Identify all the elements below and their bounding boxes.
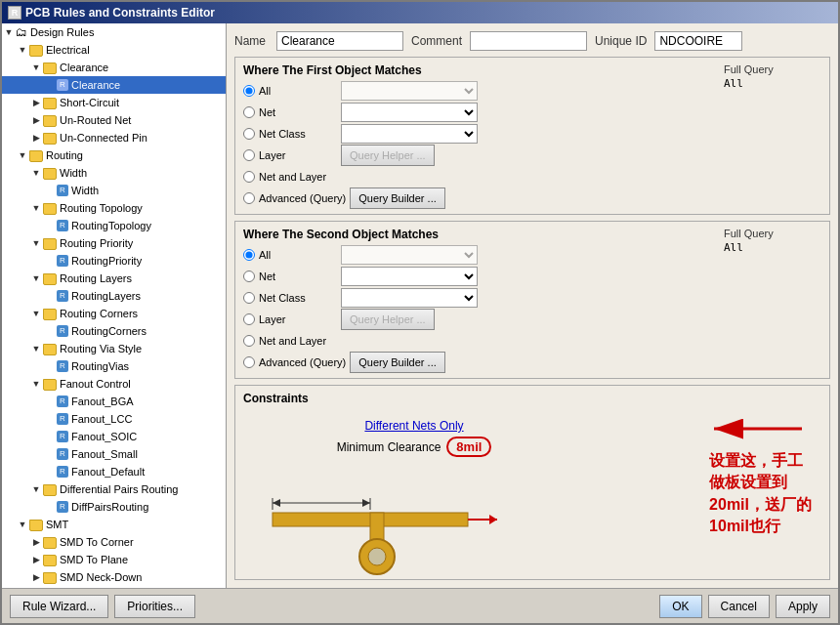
tree-item-routing[interactable]: ▼Routing — [2, 146, 226, 164]
netclass-select-1[interactable] — [341, 124, 478, 144]
tree-expand-un-connected-pin[interactable]: ▶ — [29, 131, 43, 145]
tree-item-diff-pairs[interactable]: ▼Differential Pairs Routing — [2, 480, 226, 498]
comment-input[interactable] — [470, 31, 587, 51]
tree-item-clearance-rule[interactable]: ▶RClearance — [2, 76, 226, 94]
tree-item-clearance-folder[interactable]: ▼Clearance — [2, 59, 226, 76]
tree-item-fanout-control[interactable]: ▼Fanout Control — [2, 375, 226, 393]
radio-layer-2[interactable]: Layer Query Helper ... — [243, 310, 478, 329]
tree-icon-width — [43, 168, 57, 180]
tree-expand-routing-corners[interactable]: ▼ — [29, 307, 43, 320]
tree-expand-smd-neck[interactable]: ▶ — [29, 570, 43, 584]
tree-item-fanout-bga[interactable]: ▶RFanout_BGA — [2, 393, 226, 410]
tree-item-routing-topology-rule[interactable]: ▶RRoutingTopology — [2, 217, 226, 234]
tree-item-routing-layers-rule[interactable]: ▶RRoutingLayers — [2, 287, 226, 305]
tree-item-diff-pairs-rule[interactable]: ▶RDiffPairsRouting — [2, 498, 226, 516]
tree-item-smt[interactable]: ▼SMT — [2, 516, 226, 533]
tree-expand-width[interactable]: ▼ — [29, 166, 43, 180]
uid-input[interactable] — [654, 31, 742, 51]
tree-item-routing-topology[interactable]: ▼Routing Topology — [2, 199, 226, 217]
tree-item-routing-vias[interactable]: ▶RRoutingVias — [2, 357, 226, 375]
tree-item-un-routed-net[interactable]: ▶Un-Routed Net — [2, 111, 226, 129]
tree-item-routing-priority[interactable]: ▼Routing Priority — [2, 234, 226, 252]
query-helper-btn-2a[interactable]: Query Helper ... — [341, 309, 435, 330]
radio-netclass-1-input[interactable] — [243, 128, 255, 140]
tree-expand-fanout-control[interactable]: ▼ — [29, 377, 43, 391]
radio-all-1[interactable]: All — [243, 81, 478, 101]
radio-netlayer-2-input[interactable] — [243, 335, 255, 347]
tree-item-fanout-small[interactable]: ▶RFanout_Small — [2, 445, 226, 463]
ok-button[interactable]: OK — [659, 595, 701, 618]
radio-layer-1-input[interactable] — [243, 149, 255, 161]
radio-net-2[interactable]: Net — [243, 267, 478, 286]
tree-item-fanout-soic[interactable]: ▶RFanout_SOIC — [2, 428, 226, 445]
tree-icon-routing-vias: R — [57, 360, 68, 372]
radio-all-2[interactable]: All — [243, 245, 478, 265]
all-select-2[interactable] — [341, 245, 478, 265]
tree-item-design-rules[interactable]: ▼🗂Design Rules — [2, 23, 226, 41]
tree-item-routing-layers[interactable]: ▼Routing Layers — [2, 270, 226, 287]
apply-button[interactable]: Apply — [776, 595, 830, 618]
radio-all-2-input[interactable] — [243, 249, 255, 261]
query-helper-btn-1a[interactable]: Query Helper ... — [341, 145, 435, 166]
cancel-button[interactable]: Cancel — [708, 595, 770, 618]
tree-expand-routing-via-style[interactable]: ▼ — [29, 342, 43, 355]
tree-item-routing-priority-rule[interactable]: ▶RRoutingPriority — [2, 252, 226, 270]
radio-netclass-2-input[interactable] — [243, 292, 255, 304]
tree-expand-smt[interactable]: ▼ — [16, 518, 29, 531]
tree-expand-smd-plane[interactable]: ▶ — [29, 553, 43, 566]
radio-layer-2-input[interactable] — [243, 313, 255, 325]
tree-item-smd-corner[interactable]: ▶SMD To Corner — [2, 533, 226, 551]
left-panel[interactable]: ▼🗂Design Rules▼Electrical▼Clearance▶RCle… — [2, 23, 227, 588]
name-input[interactable] — [276, 31, 403, 51]
radio-net-1-input[interactable] — [243, 106, 255, 118]
radio-netclass-1[interactable]: Net Class — [243, 124, 478, 144]
tree-expand-design-rules[interactable]: ▼ — [2, 25, 16, 39]
tree-item-un-connected-pin[interactable]: ▶Un-Connected Pin — [2, 129, 226, 146]
tree-label-routing-priority: Routing Priority — [60, 237, 133, 249]
tree-item-routing-corners-rule[interactable]: ▶RRoutingCorners — [2, 322, 226, 340]
tree-expand-routing-layers[interactable]: ▼ — [29, 271, 43, 285]
priorities-button[interactable]: Priorities... — [114, 595, 195, 618]
tree-item-width[interactable]: ▼Width — [2, 164, 226, 182]
radio-advanced-2[interactable]: Advanced (Query) Query Builder ... — [243, 353, 478, 372]
tree-expand-routing-priority[interactable]: ▼ — [29, 236, 43, 250]
tree-item-short-circuit[interactable]: ▶Short-Circuit — [2, 94, 226, 111]
tree-item-smd-neck[interactable]: ▶SMD Neck-Down — [2, 568, 226, 586]
radio-advanced-1-input[interactable] — [243, 192, 255, 204]
tree-expand-routing-topology[interactable]: ▼ — [29, 201, 43, 215]
radio-advanced-1[interactable]: Advanced (Query) Query Builder ... — [243, 188, 478, 208]
tree-item-fanout-default[interactable]: ▶RFanout_Default — [2, 463, 226, 480]
tree-expand-electrical[interactable]: ▼ — [16, 43, 29, 57]
query-builder-btn-1[interactable]: Query Builder ... — [350, 188, 444, 209]
tree-item-routing-via-style[interactable]: ▼Routing Via Style — [2, 340, 226, 357]
radio-net-1[interactable]: Net — [243, 103, 478, 122]
radio-netlayer-1[interactable]: Net and Layer — [243, 167, 478, 187]
all-select-1[interactable] — [341, 81, 478, 101]
radio-layer-1[interactable]: Layer Query Helper ... — [243, 146, 478, 165]
rule-wizard-button[interactable]: Rule Wizard... — [10, 595, 108, 618]
tree-expand-routing[interactable]: ▼ — [16, 148, 29, 162]
radio-netlayer-1-input[interactable] — [243, 171, 255, 183]
tree-expand-un-routed-net[interactable]: ▶ — [29, 113, 43, 127]
tree-label-electrical: Electrical — [46, 44, 90, 56]
tree-expand-smd-corner[interactable]: ▶ — [29, 535, 43, 549]
netclass-select-2[interactable] — [341, 288, 478, 308]
tree-item-electrical[interactable]: ▼Electrical — [2, 41, 226, 59]
net-select-2[interactable] — [341, 267, 478, 286]
tree-expand-diff-pairs[interactable]: ▼ — [29, 482, 43, 496]
tree-icon-routing-priority-rule: R — [57, 255, 68, 267]
radio-net-2-input[interactable] — [243, 271, 255, 282]
tree-item-fanout-lcc[interactable]: ▶RFanout_LCC — [2, 410, 226, 428]
radio-advanced-2-input[interactable] — [243, 356, 255, 368]
tree-item-smd-plane[interactable]: ▶SMD To Plane — [2, 551, 226, 568]
tree-expand-clearance-folder[interactable]: ▼ — [29, 61, 43, 74]
radio-netlayer-2[interactable]: Net and Layer — [243, 331, 478, 351]
net-select-1[interactable] — [341, 103, 478, 122]
tree-expand-short-circuit[interactable]: ▶ — [29, 96, 43, 109]
tree-label-routing-layers: Routing Layers — [60, 272, 132, 284]
tree-item-routing-corners[interactable]: ▼Routing Corners — [2, 305, 226, 322]
query-builder-btn-2[interactable]: Query Builder ... — [350, 352, 444, 373]
tree-item-width-rule[interactable]: ▶RWidth — [2, 182, 226, 199]
radio-netclass-2[interactable]: Net Class — [243, 288, 478, 308]
radio-all-1-input[interactable] — [243, 85, 255, 97]
